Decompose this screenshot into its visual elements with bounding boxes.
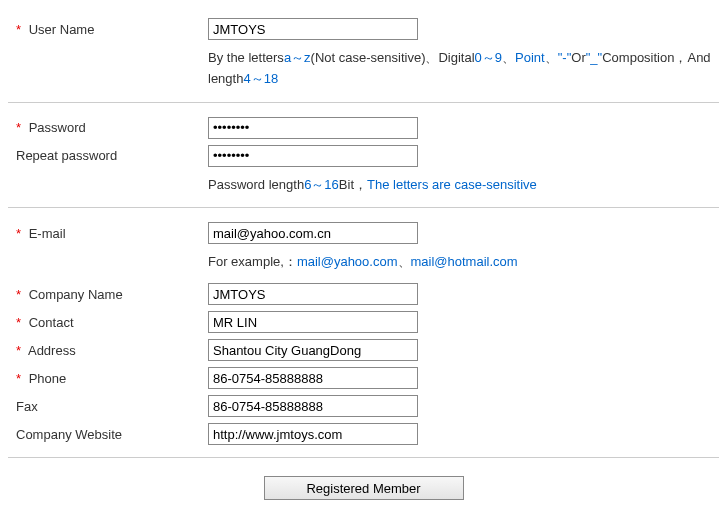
username-hint: By the lettersa～z(Not case-sensitive)、Di… <box>208 48 719 90</box>
input-col <box>208 367 719 389</box>
label-password: * Password <box>8 120 208 135</box>
required-mark: * <box>16 315 21 330</box>
label-company-name: * Company Name <box>8 287 208 302</box>
phone-input[interactable] <box>208 367 418 389</box>
submit-row: Registered Member <box>8 476 719 500</box>
input-col <box>208 222 719 244</box>
required-mark: * <box>16 226 21 241</box>
username-input[interactable] <box>208 18 418 40</box>
label-text: Repeat password <box>16 148 117 163</box>
input-col <box>208 18 719 40</box>
label-website: Company Website <box>8 427 208 442</box>
fax-input[interactable] <box>208 395 418 417</box>
row-username: * User Name <box>8 18 719 40</box>
row-password: * Password <box>8 117 719 139</box>
label-address: * Address <box>8 343 208 358</box>
label-text: Company Website <box>16 427 122 442</box>
label-text: User Name <box>29 22 95 37</box>
label-text: E-mail <box>29 226 66 241</box>
row-fax: Fax <box>8 395 719 417</box>
label-username: * User Name <box>8 22 208 37</box>
input-col <box>208 283 719 305</box>
row-website: Company Website <box>8 423 719 445</box>
password-hint: Password length6～16Bit，The letters are c… <box>208 175 719 196</box>
input-col <box>208 117 719 139</box>
label-text: Fax <box>16 399 38 414</box>
company-name-input[interactable] <box>208 283 418 305</box>
website-input[interactable] <box>208 423 418 445</box>
row-address: * Address <box>8 339 719 361</box>
label-contact: * Contact <box>8 315 208 330</box>
email-hint: For example,：mail@yahoo.com、mail@hotmail… <box>208 252 719 273</box>
required-mark: * <box>16 22 21 37</box>
required-mark: * <box>16 343 21 358</box>
contact-input[interactable] <box>208 311 418 333</box>
input-col <box>208 311 719 333</box>
label-text: Password <box>29 120 86 135</box>
label-text: Phone <box>29 371 67 386</box>
row-repeat-password: Repeat password <box>8 145 719 167</box>
divider <box>8 207 719 208</box>
label-text: Address <box>28 343 76 358</box>
divider <box>8 457 719 458</box>
row-contact: * Contact <box>8 311 719 333</box>
required-mark: * <box>16 287 21 302</box>
row-email: * E-mail <box>8 222 719 244</box>
input-col <box>208 145 719 167</box>
input-col <box>208 395 719 417</box>
label-email: * E-mail <box>8 226 208 241</box>
label-phone: * Phone <box>8 371 208 386</box>
input-col <box>208 339 719 361</box>
row-phone: * Phone <box>8 367 719 389</box>
address-input[interactable] <box>208 339 418 361</box>
label-text: Company Name <box>29 287 123 302</box>
register-button[interactable]: Registered Member <box>264 476 464 500</box>
row-company-name: * Company Name <box>8 283 719 305</box>
required-mark: * <box>16 371 21 386</box>
label-text: Contact <box>29 315 74 330</box>
input-col <box>208 423 719 445</box>
password-input[interactable] <box>208 117 418 139</box>
email-input[interactable] <box>208 222 418 244</box>
divider <box>8 102 719 103</box>
label-fax: Fax <box>8 399 208 414</box>
repeat-password-input[interactable] <box>208 145 418 167</box>
label-repeat-password: Repeat password <box>8 148 208 163</box>
required-mark: * <box>16 120 21 135</box>
